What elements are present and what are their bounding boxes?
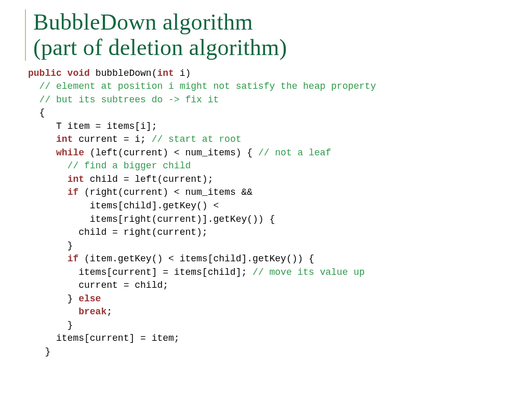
code-text: child = left(current); <box>84 174 213 184</box>
kw-if: if <box>68 187 79 197</box>
comment: // element at position i might not satis… <box>28 81 376 91</box>
title-line-1: BubbleDown algorithm <box>33 9 253 35</box>
kw-break: break <box>78 307 107 317</box>
comment: // but its subtrees do -> fix it <box>28 95 219 105</box>
code-text: child = right(current); <box>28 227 208 237</box>
code-text: bubbleDown( <box>90 68 157 78</box>
code-text: items[right(current)].getKey()) { <box>28 214 275 224</box>
code-text: } <box>28 347 50 357</box>
code-text <box>28 307 78 317</box>
code-text <box>28 254 68 264</box>
code-text: items[child].getKey() < <box>28 201 219 211</box>
kw-else: else <box>78 294 101 304</box>
code-text: } <box>28 294 78 304</box>
kw-while: while <box>56 148 84 158</box>
code-text: } <box>28 320 73 330</box>
code-text: } <box>28 241 73 251</box>
kw-int: int <box>157 68 174 78</box>
code-text <box>28 148 56 158</box>
code-text: (item.getKey() < items[child].getKey()) … <box>78 254 314 264</box>
code-text: T item = items[i]; <box>28 121 157 131</box>
code-text <box>28 134 56 144</box>
title-line-2: (part of deletion algorithm) <box>33 35 287 60</box>
kw-public-void: public void <box>28 68 90 78</box>
code-text: i) <box>174 68 191 78</box>
code-text: ; <box>107 307 112 317</box>
kw-int: int <box>68 174 84 184</box>
kw-int: int <box>56 134 73 144</box>
code-text: items[current] = item; <box>28 333 180 343</box>
slide: BubbleDown algorithm (part of deletion a… <box>0 0 532 399</box>
code-text: (left(current) < num_items) { <box>84 148 258 158</box>
code-text: (right(current) < num_items && <box>78 187 252 197</box>
code-text <box>28 174 68 184</box>
code-text: current = i; <box>73 134 151 144</box>
title-block: BubbleDown algorithm (part of deletion a… <box>25 9 513 61</box>
comment: // not a leaf <box>258 148 331 158</box>
code-text <box>28 187 68 197</box>
comment: // find a bigger child <box>28 161 191 171</box>
code-text: items[current] = items[child]; <box>28 267 252 277</box>
slide-title: BubbleDown algorithm (part of deletion a… <box>33 9 513 61</box>
comment: // move its value up <box>252 267 365 277</box>
kw-if: if <box>68 254 79 264</box>
code-text: { <box>28 108 45 118</box>
code-text: current = child; <box>28 280 168 290</box>
code-block: public void bubbleDown(int i) // element… <box>25 67 513 359</box>
comment: // start at root <box>152 134 242 144</box>
